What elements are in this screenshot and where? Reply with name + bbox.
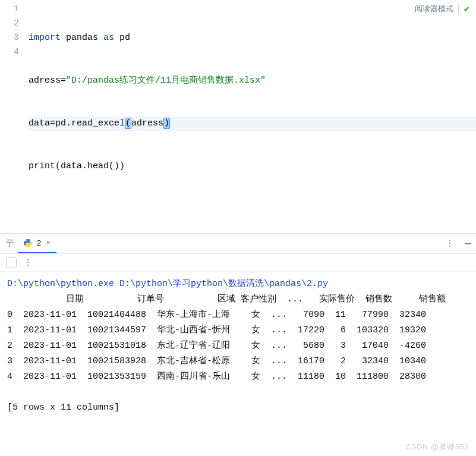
close-icon[interactable]: ×	[45, 238, 52, 247]
keyword-import: import	[29, 33, 61, 43]
object: pd	[55, 118, 66, 128]
output-toolbar: ⋮	[0, 254, 476, 272]
paren-pair: ()	[109, 161, 119, 171]
variable: adress	[29, 76, 61, 86]
function-print: print	[29, 161, 55, 171]
tab-actions: ⋮ —	[446, 238, 471, 250]
python-icon	[23, 238, 33, 249]
layout-toggle-button[interactable]	[6, 257, 17, 268]
output-row: 1 2023-11-01 10021344597 华北-山西省-忻州 女 ...…	[7, 325, 426, 335]
separator	[458, 4, 459, 14]
module-name: pandas	[66, 33, 98, 43]
line-number: 4	[0, 45, 19, 59]
line-number: 3	[0, 31, 19, 45]
code-editor-pane: 1 2 3 4 import pandas as pd adress="D:/p…	[0, 0, 476, 233]
output-row: 2 2023-11-01 10021531018 东北-辽宁省-辽阳 女 ...…	[7, 341, 426, 351]
paren-open: (	[125, 118, 131, 129]
run-glyph: 亍	[5, 238, 15, 249]
code-area[interactable]: import pandas as pd adress="D:/pandas练习文…	[29, 0, 476, 233]
watermark: CSDN @卿卿553	[405, 442, 469, 452]
alias: pd	[119, 33, 130, 43]
output-header: 日期 订单号 区域 客户性别 ... 实际售价 销售数 销售额	[7, 294, 446, 304]
dot: .	[66, 118, 71, 128]
minimize-icon[interactable]: —	[465, 238, 471, 250]
output-row: 0 2023-11-01 10021404488 华东-上海市-上海 女 ...…	[7, 310, 426, 320]
reader-mode-toggle[interactable]: 阅读器模式 ✔	[415, 4, 470, 14]
method-head: head	[87, 161, 109, 171]
argument: adress	[131, 118, 163, 128]
code-line-4[interactable]: print(data.head())	[29, 159, 476, 174]
equals: =	[61, 76, 66, 86]
output-row: 4 2023-11-01 10021353159 西南-四川省-乐山 女 ...…	[7, 372, 426, 382]
reader-mode-label: 阅读器模式	[415, 4, 453, 14]
line-number: 1	[0, 2, 19, 17]
console-output[interactable]: D:\python\python.exe D:\python\学习python\…	[0, 272, 476, 420]
dot: .	[82, 161, 87, 171]
kebab-icon[interactable]: ⋮	[24, 257, 33, 268]
output-row: 3 2023-11-01 10021583928 东北-吉林省-松原 女 ...…	[7, 356, 426, 366]
variable: data	[29, 118, 50, 128]
code-line-3[interactable]: data=pd.read_excel(adress)	[29, 117, 476, 131]
code-line-2[interactable]: adress="D:/pandas练习文件/11月电商销售数据.xlsx"	[29, 74, 476, 88]
paren-open: (	[55, 161, 61, 171]
keyword-as: as	[103, 33, 114, 43]
line-number-gutter: 1 2 3 4	[0, 0, 29, 233]
kebab-icon[interactable]: ⋮	[446, 238, 455, 249]
tab-label: 2	[37, 238, 41, 247]
function-name: read_excel	[71, 118, 125, 128]
equals: =	[50, 118, 55, 128]
string-literal: "D:/pandas练习文件/11月电商销售数据.xlsx"	[66, 76, 266, 86]
paren-close: )	[119, 161, 125, 171]
run-tab-bar: 亍 2 × ⋮ —	[0, 234, 476, 254]
output-pane: 亍 2 × ⋮ — ⋮ D:\python\python.exe D:\pyth…	[0, 234, 476, 456]
line-number: 2	[0, 17, 19, 31]
code-line-1[interactable]: import pandas as pd	[29, 31, 476, 45]
check-icon[interactable]: ✔	[464, 5, 470, 14]
paren-close: )	[163, 118, 170, 129]
run-tab[interactable]: 2 ×	[18, 234, 56, 253]
object: data	[61, 161, 82, 171]
output-footer: [5 rows x 11 columns]	[7, 402, 119, 413]
command-line: D:\python\python.exe D:\python\学习python\…	[7, 279, 328, 289]
